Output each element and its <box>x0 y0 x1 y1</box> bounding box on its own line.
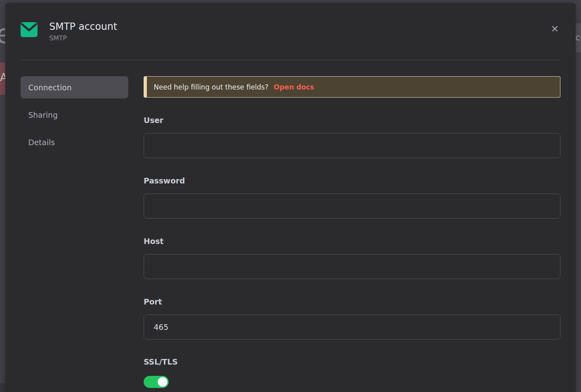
password-field-group: Password <box>144 177 560 219</box>
tab-connection[interactable]: Connection <box>21 76 128 98</box>
password-input[interactable] <box>144 194 560 219</box>
user-field-group: User <box>144 116 560 158</box>
modal-subtitle: SMTP <box>49 34 117 42</box>
port-input[interactable] <box>144 315 560 340</box>
host-input[interactable] <box>144 254 560 279</box>
background-footer-fragment <box>0 383 5 392</box>
user-label: User <box>144 116 560 125</box>
help-banner-text: Need help filling out these fields? <box>154 83 268 91</box>
smtp-envelope-icon <box>21 21 38 38</box>
modal-title: SMTP account <box>49 21 117 32</box>
docs-help-banner: Need help filling out these fields? Open… <box>144 76 560 98</box>
background-alert-banner-fragment: Ac <box>0 63 5 95</box>
port-label: Port <box>144 298 560 306</box>
host-label: Host <box>144 237 560 246</box>
modal-body: Connection Sharing Details Need help fil… <box>5 60 576 388</box>
ssl-toggle[interactable] <box>144 376 169 388</box>
modal-header: SMTP account SMTP ✕ <box>5 3 576 42</box>
user-input[interactable] <box>144 133 560 158</box>
ssl-toggle-knob <box>158 377 167 387</box>
open-docs-link[interactable]: Open docs <box>274 83 314 91</box>
tab-details[interactable]: Details <box>21 131 128 153</box>
modal-title-block: SMTP account SMTP <box>49 21 117 42</box>
credential-tabs-sidebar: Connection Sharing Details <box>21 76 128 388</box>
password-label: Password <box>144 177 560 185</box>
port-field-group: Port <box>144 298 560 340</box>
credential-modal: SMTP account SMTP ✕ Connection Sharing D… <box>5 3 576 392</box>
ssl-label: SSL/TLS <box>144 358 560 366</box>
connection-form: Need help filling out these fields? Open… <box>144 76 560 388</box>
close-icon[interactable]: ✕ <box>549 23 560 35</box>
ssl-field-group: SSL/TLS <box>144 358 560 388</box>
host-field-group: Host <box>144 237 560 279</box>
tab-sharing[interactable]: Sharing <box>21 104 128 126</box>
